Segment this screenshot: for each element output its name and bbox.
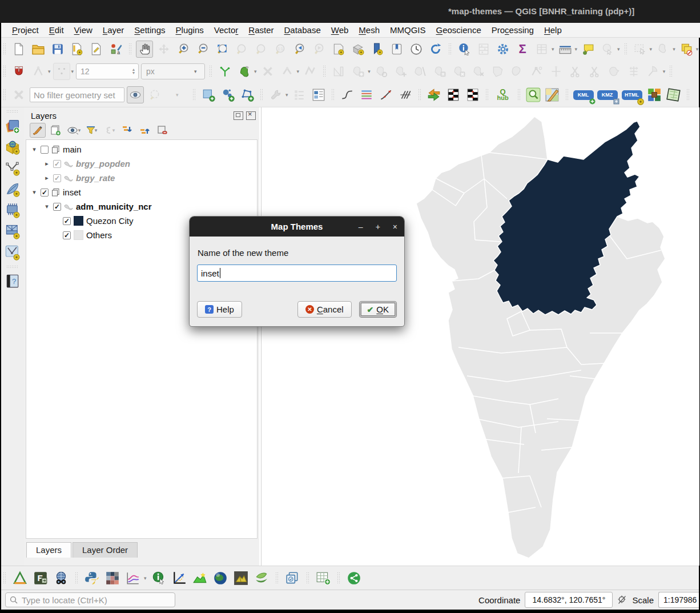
locator-bar[interactable]	[5, 592, 175, 607]
cancel-button[interactable]: ✕ Cancel	[297, 301, 352, 318]
menu-settings[interactable]: Settings	[129, 24, 170, 36]
toolbar-handle[interactable]	[192, 89, 196, 101]
filter-geometry-field[interactable]	[30, 87, 124, 102]
new-gpx-layer-button[interactable]	[4, 244, 21, 261]
toolbar-handle[interactable]	[331, 89, 335, 101]
expand-arrow-icon[interactable]: ▾	[31, 189, 38, 196]
zoom-last-button[interactable]	[291, 41, 308, 58]
theme-name-input[interactable]: inset	[197, 265, 397, 282]
menu-mmqgis[interactable]: MMQGIS	[385, 24, 431, 36]
dialog-close-button[interactable]: ×	[393, 222, 397, 231]
curve-style-button[interactable]	[339, 86, 356, 103]
toolbar-handle[interactable]	[3, 89, 6, 101]
zoom-to-layer-button[interactable]	[252, 41, 269, 58]
refresh-map-button[interactable]	[427, 41, 444, 58]
toolbar-handle[interactable]	[418, 89, 421, 101]
expand-arrow-icon[interactable]: ▾	[31, 146, 38, 153]
new-mesh-layer-button[interactable]	[4, 223, 21, 240]
collapse-arrow-icon[interactable]: ▸	[43, 174, 50, 182]
merge-features-button[interactable]	[625, 63, 642, 80]
swap-layers-button[interactable]	[425, 86, 442, 103]
menu-project[interactable]: Project	[7, 24, 44, 36]
move-feature-button[interactable]	[349, 63, 367, 80]
snapping-unit-select[interactable]: px ▾	[141, 63, 205, 79]
menu-vector[interactable]: Vector	[209, 24, 244, 36]
reshape-features-button[interactable]	[431, 63, 448, 80]
legend-settings-button[interactable]	[291, 86, 308, 103]
toolbar-handle[interactable]	[275, 572, 279, 584]
pan-to-selection-button[interactable]	[155, 41, 172, 58]
expand-all-button[interactable]	[119, 123, 134, 137]
deselect-features-button[interactable]	[654, 41, 671, 58]
gradient-swatch-button[interactable]	[445, 86, 462, 103]
digitize-dropdown[interactable]: ▾	[254, 69, 257, 74]
map-canvas-copy-button[interactable]	[284, 570, 301, 587]
layer-tree-item-inset[interactable]: ▾ inset	[26, 185, 257, 199]
toolbar-handle[interactable]	[209, 65, 212, 78]
tolerance-type-button[interactable]	[53, 63, 70, 80]
identify-plus-button[interactable]	[150, 570, 167, 587]
scale-field[interactable]: 1:197986	[658, 592, 699, 608]
split-features-button[interactable]	[412, 63, 429, 80]
data-source-manager-button[interactable]	[4, 117, 21, 134]
quick-osm-button[interactable]	[544, 86, 561, 103]
zoom-full-button[interactable]	[214, 41, 231, 58]
scale-feature-button[interactable]	[392, 63, 409, 80]
deselect-dropdown[interactable]: ▾	[673, 46, 675, 52]
toolbar-handle[interactable]	[517, 89, 521, 101]
kml-export-button[interactable]: KML	[573, 86, 594, 103]
new-geopackage-layer-button[interactable]	[4, 138, 21, 155]
help-contents-button[interactable]: ?	[4, 273, 21, 290]
new-polygon-layer-button[interactable]	[239, 86, 256, 103]
tab-layer-order[interactable]: Layer Order	[73, 542, 138, 558]
zoom-in-button[interactable]	[175, 41, 192, 58]
snapping-dropdown[interactable]: ▾	[48, 69, 51, 74]
move-feature-dropdown[interactable]: ▾	[368, 69, 371, 74]
remove-layer-button[interactable]	[155, 123, 170, 137]
select-by-geometry-dropdown[interactable]: ▾	[146, 86, 188, 103]
select-features-button[interactable]	[631, 41, 649, 58]
layer-tree-item-adm-municity-ncr[interactable]: ▾ adm_municity_ncr	[26, 199, 257, 214]
toolbar-handle[interactable]	[3, 43, 6, 55]
tab-layers[interactable]: Layers	[26, 542, 71, 558]
collapse-all-button[interactable]	[137, 123, 152, 137]
new-spatialite-layer-button[interactable]	[4, 181, 21, 198]
expand-arrow-icon[interactable]: ▾	[43, 203, 50, 210]
cut-features-button[interactable]	[586, 63, 604, 80]
zoom-next-button[interactable]	[311, 41, 328, 58]
new-3d-map-view-button[interactable]	[349, 41, 367, 58]
delete-part-button[interactable]	[450, 63, 468, 80]
menu-help[interactable]: Help	[539, 24, 567, 36]
enable-tracing-button[interactable]	[216, 63, 234, 80]
field-export-button[interactable]: F	[32, 570, 49, 587]
measure-line-button[interactable]	[557, 41, 574, 58]
show-filter-geometry-button[interactable]	[127, 86, 144, 103]
share-plugin-button[interactable]	[345, 570, 363, 587]
rotate-point-symbols-button[interactable]	[645, 63, 662, 80]
style-manager-button[interactable]: a	[107, 41, 124, 58]
add-group-button[interactable]	[49, 123, 63, 137]
menu-edit[interactable]: Edit	[44, 24, 69, 36]
select-dropdown[interactable]: ▾	[650, 46, 653, 52]
toolbar-handle[interactable]	[306, 572, 309, 584]
snapping-tolerance-spinbox[interactable]: 12 ▲▼	[76, 63, 139, 79]
save-project-button[interactable]	[49, 41, 66, 58]
zoom-out-button[interactable]	[194, 41, 211, 58]
layer-tools-button[interactable]	[267, 86, 284, 103]
globe-plugin-button[interactable]	[212, 570, 229, 587]
identify-features-button[interactable]	[456, 41, 473, 58]
trim-extend-button[interactable]	[548, 63, 565, 80]
layer-tree-item-main[interactable]: ▾ main	[26, 142, 257, 157]
filter-legend-button[interactable]: ▾	[84, 123, 99, 137]
dialog-titlebar[interactable]: Map Themes – + ×	[190, 217, 404, 237]
manage-map-themes-button[interactable]: ▾	[66, 123, 81, 137]
new-map-view-button[interactable]	[330, 41, 347, 58]
quick-map-search-button[interactable]	[525, 86, 542, 103]
menu-processing[interactable]: Processing	[486, 24, 539, 36]
layer-tree-item-brgy-popden[interactable]: ▸ brgy_popden	[26, 157, 257, 171]
toolbar-handle[interactable]	[3, 572, 6, 584]
fill-ring-button[interactable]	[489, 63, 506, 80]
toolbar-handle[interactable]	[485, 89, 489, 101]
vertex-tool-button[interactable]	[528, 63, 545, 80]
layer-checkbox[interactable]	[41, 189, 49, 197]
